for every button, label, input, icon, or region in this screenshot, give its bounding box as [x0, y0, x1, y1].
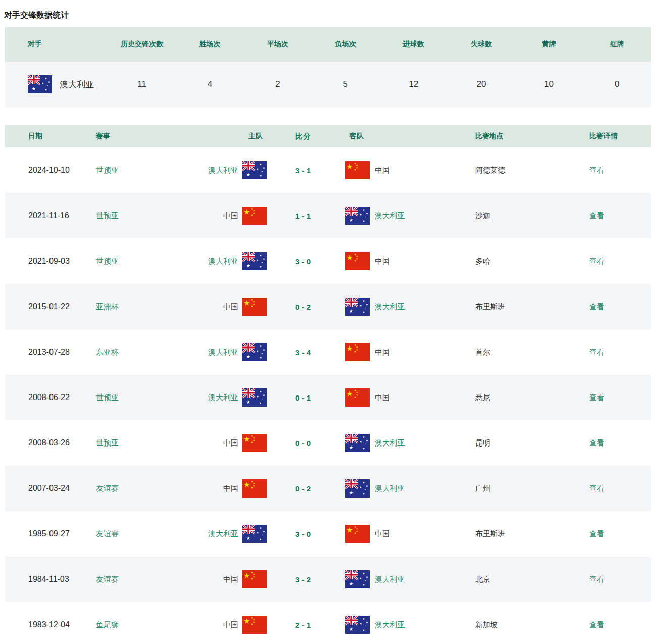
match-date: 2021-09-03	[5, 257, 96, 266]
header-goals-against: 失球数	[447, 40, 515, 49]
home-team-name[interactable]: 澳大利亚	[208, 257, 238, 266]
competition-link[interactable]: 世预亚	[96, 257, 119, 265]
match-score: 0 - 2	[267, 484, 339, 493]
home-team-name[interactable]: 澳大利亚	[208, 393, 238, 403]
view-details-link[interactable]: 查看	[589, 302, 604, 311]
match-row: 2021-11-16 世预亚 中国 1 - 1 澳大利亚 沙迦 查看	[5, 193, 651, 238]
match-date: 2007-03-24	[5, 484, 96, 493]
competition-link[interactable]: 世预亚	[96, 393, 119, 402]
header-opponent: 对手	[5, 40, 108, 49]
match-row: 1983-12-04 鱼尾狮 中国 2 - 1 澳大利亚 新加坡 查看	[5, 602, 651, 644]
goals-for-value: 12	[380, 79, 447, 89]
view-details-link[interactable]: 查看	[589, 484, 604, 492]
home-team-name: 中国	[223, 438, 238, 448]
home-team-name: 中国	[223, 302, 238, 312]
match-venue: 悉尼	[470, 393, 583, 403]
view-details-link[interactable]: 查看	[589, 393, 604, 402]
away-team-name: 中国	[375, 393, 390, 403]
match-date: 2015-01-22	[5, 302, 96, 311]
away-team-flag-icon	[345, 570, 370, 588]
competition-link[interactable]: 世预亚	[96, 211, 119, 220]
match-row: 2021-09-03 世预亚 澳大利亚 3 - 0 中国 多哈 查看	[5, 238, 651, 284]
header-competition: 赛事	[96, 132, 192, 141]
match-score: 3 - 4	[267, 348, 339, 357]
match-row: 2013-07-28 东亚杯 澳大利亚 3 - 4 中国 首尔 查看	[5, 329, 651, 375]
home-team-flag-icon	[242, 252, 267, 270]
view-details-link[interactable]: 查看	[589, 620, 604, 629]
view-details-link[interactable]: 查看	[589, 257, 604, 265]
competition-link[interactable]: 东亚杯	[96, 348, 119, 356]
header-total-matches: 历史交锋次数	[108, 40, 176, 49]
away-team-name[interactable]: 澳大利亚	[375, 575, 405, 584]
match-date: 2024-10-10	[5, 166, 96, 175]
view-details-link[interactable]: 查看	[589, 211, 604, 220]
match-score: 0 - 0	[267, 439, 339, 448]
away-team-name[interactable]: 澳大利亚	[375, 438, 405, 448]
home-team-name: 中国	[223, 211, 238, 221]
home-team-name[interactable]: 澳大利亚	[208, 166, 238, 175]
match-venue: 阿德莱德	[470, 166, 583, 175]
competition-link[interactable]: 鱼尾狮	[96, 620, 119, 629]
home-team-flag-icon	[242, 343, 267, 361]
match-venue: 多哈	[470, 257, 583, 266]
match-venue: 布里斯班	[470, 302, 583, 312]
competition-link[interactable]: 世预亚	[96, 438, 119, 447]
match-date: 2021-11-16	[5, 211, 96, 220]
header-match-details: 比赛详情	[583, 132, 651, 141]
match-date: 2013-07-28	[5, 348, 96, 357]
competition-link[interactable]: 亚洲杯	[96, 302, 119, 311]
match-date: 2008-06-22	[5, 393, 96, 402]
view-details-link[interactable]: 查看	[589, 348, 604, 356]
match-score: 3 - 1	[267, 166, 339, 175]
match-score: 0 - 2	[267, 303, 339, 311]
header-date: 日期	[5, 132, 96, 141]
match-venue: 布里斯班	[470, 529, 583, 539]
home-team-flag-icon	[242, 161, 267, 179]
away-team-flag-icon	[345, 161, 370, 179]
away-team-name[interactable]: 澳大利亚	[375, 484, 405, 493]
away-team-flag-icon	[345, 207, 370, 225]
summary-table: 对手 历史交锋次数 胜场次 平场次 负场次 进球数 失球数 黄牌 红牌 澳大利亚…	[5, 27, 651, 107]
header-losses: 负场次	[312, 40, 379, 49]
match-row: 1984-11-03 友谊赛 中国 3 - 2 澳大利亚 北京 查看	[5, 557, 651, 602]
home-team-name[interactable]: 澳大利亚	[208, 529, 238, 539]
match-date: 1984-11-03	[5, 575, 96, 584]
away-team-name: 中国	[375, 166, 390, 175]
match-date: 1985-09-27	[5, 529, 96, 538]
view-details-link[interactable]: 查看	[589, 575, 604, 583]
match-date: 2008-03-26	[5, 438, 96, 448]
away-team-name[interactable]: 澳大利亚	[375, 211, 405, 221]
match-row: 2024-10-10 世预亚 澳大利亚 3 - 1 中国 阿德莱德 查看	[5, 147, 651, 193]
home-team-flag-icon	[242, 388, 267, 407]
away-team-name[interactable]: 澳大利亚	[375, 620, 405, 630]
match-row: 2007-03-24 友谊赛 中国 0 - 2 澳大利亚 广州 查看	[5, 466, 651, 511]
competition-link[interactable]: 友谊赛	[96, 575, 119, 583]
header-draws: 平场次	[244, 40, 312, 49]
home-team-flag-icon	[242, 525, 267, 543]
match-venue: 沙迦	[470, 211, 583, 221]
header-away-team: 客队	[339, 132, 470, 141]
wins-value: 4	[176, 79, 243, 89]
view-details-link[interactable]: 查看	[589, 438, 604, 447]
match-venue: 首尔	[470, 348, 583, 357]
home-team-name[interactable]: 澳大利亚	[208, 348, 238, 357]
summary-table-header: 对手 历史交锋次数 胜场次 平场次 负场次 进球数 失球数 黄牌 红牌	[5, 27, 651, 62]
header-goals-for: 进球数	[380, 40, 447, 49]
header-yellow-cards: 黄牌	[515, 40, 583, 49]
view-details-link[interactable]: 查看	[589, 166, 604, 174]
header-home-team: 主队	[192, 132, 267, 141]
match-row: 1985-09-27 友谊赛 澳大利亚 3 - 0 中国 布里斯班 查看	[5, 511, 651, 557]
draws-value: 2	[244, 79, 312, 89]
opponent-team-name: 澳大利亚	[60, 79, 94, 90]
match-score: 1 - 1	[267, 212, 339, 220]
competition-link[interactable]: 友谊赛	[96, 529, 119, 538]
away-team-name: 中国	[375, 529, 390, 539]
competition-link[interactable]: 世预亚	[96, 166, 119, 174]
competition-link[interactable]: 友谊赛	[96, 484, 119, 492]
home-team-flag-icon	[242, 298, 267, 316]
away-team-name[interactable]: 澳大利亚	[375, 302, 405, 312]
view-details-link[interactable]: 查看	[589, 529, 604, 538]
away-team-name: 中国	[375, 348, 390, 357]
match-table-header: 日期 赛事 主队 比分 客队 比赛地点 比赛详情	[5, 125, 651, 147]
match-date: 1983-12-04	[5, 620, 96, 629]
